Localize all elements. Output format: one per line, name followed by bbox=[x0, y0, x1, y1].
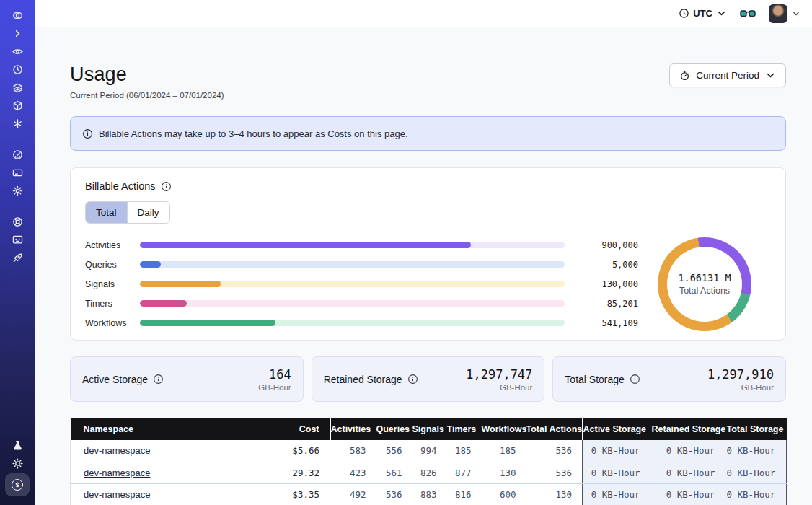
billable-actions-title: Billable Actions bbox=[85, 180, 156, 192]
page-subtitle: Current Period (06/01/2024 – 07/01/2024) bbox=[70, 91, 224, 100]
page-title: Usage bbox=[70, 63, 224, 86]
namespace-link[interactable]: dev-namespace bbox=[84, 445, 151, 456]
timers-bar-track bbox=[140, 300, 565, 307]
bar-row-queries: Queries 5,000 bbox=[85, 255, 638, 274]
info-banner: Billable Actions may take up to 3–4 hour… bbox=[70, 116, 786, 151]
stopwatch-icon bbox=[679, 70, 690, 81]
queries-bar-fill bbox=[140, 261, 161, 268]
chevron-down-icon bbox=[792, 9, 800, 18]
sidebar-divider bbox=[1, 206, 35, 206]
info-icon[interactable] bbox=[153, 374, 164, 385]
table-row: dev-namespace $3.35 492 536 883 816 600 … bbox=[71, 483, 787, 505]
main-area: UTC Usage Current Period (06/01/2024 – 0… bbox=[35, 0, 812, 505]
bar-row-timers: Timers 85,201 bbox=[85, 294, 638, 313]
feedback-screen-icon[interactable] bbox=[5, 232, 30, 247]
user-menu[interactable] bbox=[769, 4, 800, 23]
col-timers: Timers bbox=[447, 418, 482, 440]
topbar: UTC bbox=[35, 0, 812, 27]
info-icon bbox=[82, 128, 93, 139]
total-actions-value: 1.66131 M bbox=[678, 272, 731, 284]
usage-page: Usage Current Period (06/01/2024 – 07/01… bbox=[35, 27, 812, 505]
period-button-label: Current Period bbox=[696, 70, 759, 81]
page-header: Usage Current Period (06/01/2024 – 07/01… bbox=[70, 63, 786, 100]
active-storage-card: Active Storage 164 GB-Hour bbox=[70, 356, 304, 402]
namespace-usage-table: Namespace Cost Activities Queries Signal… bbox=[70, 418, 786, 505]
support-lifebuoy-icon[interactable] bbox=[5, 214, 30, 229]
table-header-row: Namespace Cost Activities Queries Signal… bbox=[71, 418, 787, 440]
temporal-logo-icon[interactable] bbox=[5, 7, 30, 23]
theme-sun-icon[interactable] bbox=[5, 455, 30, 471]
period-selector-button[interactable]: Current Period bbox=[669, 63, 786, 87]
getting-started-rocket-icon[interactable] bbox=[5, 250, 30, 265]
col-cost: Cost bbox=[278, 418, 330, 440]
deployments-cube-icon[interactable] bbox=[5, 97, 30, 113]
chevron-down-icon bbox=[716, 8, 727, 19]
sidebar: $ bbox=[0, 0, 35, 505]
glasses-icon[interactable] bbox=[740, 8, 756, 19]
namespace-link[interactable]: dev-namespace bbox=[84, 489, 151, 500]
bar-row-signals: Signals 130,000 bbox=[85, 274, 638, 294]
namespaces-eye-icon[interactable] bbox=[5, 43, 30, 59]
avatar bbox=[769, 4, 787, 23]
tab-total[interactable]: Total bbox=[86, 202, 127, 223]
chevron-down-icon bbox=[765, 70, 776, 81]
queries-bar-track bbox=[140, 261, 565, 268]
col-namespace: Namespace bbox=[71, 418, 278, 440]
total-storage-value: 1,297,910 bbox=[707, 367, 774, 382]
info-icon[interactable] bbox=[161, 181, 172, 192]
bar-row-activities: Activities 900,000 bbox=[85, 235, 638, 255]
activities-bar-fill bbox=[140, 242, 471, 248]
active-storage-value: 164 bbox=[269, 367, 291, 382]
table-row: dev-namespace $5.66 583 556 994 185 185 … bbox=[71, 440, 787, 462]
col-workflows: Workflows bbox=[482, 418, 526, 440]
clock-icon bbox=[679, 8, 689, 19]
settings-gear-icon[interactable] bbox=[5, 183, 30, 198]
banner-text: Billable Actions may take up to 3–4 hour… bbox=[99, 128, 408, 139]
total-actions-donut: 1.66131 M Total Actions bbox=[658, 237, 751, 331]
workflows-bar-fill bbox=[140, 320, 275, 326]
retained-storage-card: Retained Storage 1,297,747 GB-Hour bbox=[312, 356, 545, 402]
usage-gauge-icon[interactable] bbox=[5, 146, 30, 162]
col-active-storage: Active Storage bbox=[583, 418, 652, 440]
col-retained-storage: Retained Storage bbox=[652, 418, 727, 440]
info-icon[interactable] bbox=[407, 374, 418, 385]
schedules-clock-icon[interactable] bbox=[5, 61, 30, 77]
billing-card-icon[interactable] bbox=[5, 164, 30, 180]
col-queries: Queries bbox=[376, 418, 412, 440]
tab-daily[interactable]: Daily bbox=[127, 202, 169, 223]
bar-row-workflows: Workflows 541,109 bbox=[85, 313, 638, 333]
app-root: $ UTC Usage Current Period (06/01/20 bbox=[0, 0, 812, 505]
signals-bar-fill bbox=[140, 281, 221, 287]
activities-bar-track bbox=[140, 242, 565, 248]
namespace-link[interactable]: dev-namespace bbox=[84, 467, 151, 478]
timezone-selector[interactable]: UTC bbox=[679, 8, 727, 19]
col-signals: Signals bbox=[412, 418, 447, 440]
layers-icon[interactable] bbox=[5, 79, 30, 95]
col-activities: Activities bbox=[330, 418, 376, 440]
usage-billing-coin-icon[interactable]: $ bbox=[5, 473, 30, 496]
workflows-bar-track bbox=[140, 320, 565, 326]
total-storage-card: Total Storage 1,297,910 GB-Hour bbox=[552, 356, 786, 402]
labs-flask-icon[interactable] bbox=[5, 437, 30, 453]
info-icon[interactable] bbox=[630, 374, 640, 385]
timers-bar-fill bbox=[140, 300, 187, 307]
total-actions-label: Total Actions bbox=[679, 286, 730, 296]
total-daily-toggle: Total Daily bbox=[85, 201, 170, 224]
col-total-storage: Total Storage bbox=[727, 418, 787, 440]
col-total-actions: Total Actions bbox=[526, 418, 583, 440]
billable-actions-chart: Activities 900,000 Queries 5,000 Signals bbox=[85, 235, 771, 333]
table-row: dev-namespace 29.32 423 561 826 877 130 … bbox=[71, 462, 787, 483]
timezone-label: UTC bbox=[693, 8, 712, 19]
sidebar-divider bbox=[1, 139, 35, 139]
nexus-asterisk-icon[interactable] bbox=[5, 115, 30, 131]
storage-summary-row: Active Storage 164 GB-Hour Retained Stor… bbox=[70, 356, 786, 402]
expand-chevron-icon[interactable] bbox=[5, 25, 30, 41]
billable-actions-card: Billable Actions Total Daily Activities … bbox=[70, 167, 786, 341]
retained-storage-value: 1,297,747 bbox=[466, 367, 532, 382]
signals-bar-track bbox=[140, 281, 565, 287]
